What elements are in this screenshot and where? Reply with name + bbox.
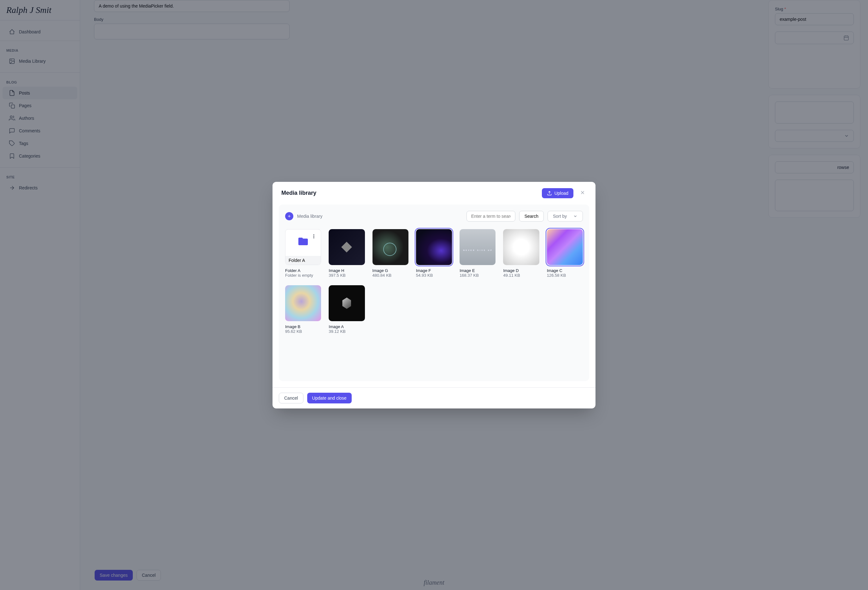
media-item-name: Image C [547, 268, 583, 273]
add-folder-button[interactable] [285, 212, 293, 220]
media-item-name: Image H [329, 268, 365, 273]
svg-point-15 [313, 236, 314, 237]
media-item-meta: 95.62 KB [285, 329, 321, 334]
upload-icon [547, 191, 552, 196]
upload-label: Upload [555, 191, 568, 196]
media-item-name: Image E [459, 268, 496, 273]
media-item-meta: 480.84 KB [372, 273, 409, 278]
sort-button[interactable]: Sort by [548, 211, 583, 222]
image-thumbnail [503, 229, 539, 265]
chevron-down-icon [573, 214, 577, 218]
folder-icon [297, 236, 309, 247]
media-item-name: Folder A [285, 268, 321, 273]
dots-vertical-icon [311, 234, 316, 239]
image-thumbnail [372, 229, 409, 265]
media-item-name: Image D [503, 268, 539, 273]
upload-button[interactable]: Upload [542, 188, 573, 198]
close-icon [580, 190, 585, 196]
media-item-name: Image A [329, 324, 365, 329]
modal-overlay: Media library Upload Media library [0, 0, 868, 590]
update-close-button[interactable]: Update and close [307, 393, 352, 403]
folder-menu-button[interactable] [309, 232, 318, 241]
media-image[interactable]: Image H397.5 KB [329, 229, 365, 278]
media-item-meta: 39.12 KB [329, 329, 365, 334]
media-image[interactable]: N E V E R G I V E U PImage E168.37 KB [459, 229, 496, 278]
modal-cancel-button[interactable]: Cancel [279, 393, 303, 403]
media-item-name: Image B [285, 324, 321, 329]
media-item-meta: 397.5 KB [329, 273, 365, 278]
media-image[interactable]: Image B95.62 KB [285, 285, 321, 334]
media-item-name: Image G [372, 268, 409, 273]
sort-label: Sort by [553, 214, 567, 219]
search-input[interactable] [466, 211, 515, 222]
media-item-meta: 49.11 KB [503, 273, 539, 278]
modal-title: Media library [281, 190, 316, 196]
image-thumbnail [329, 229, 365, 265]
media-item-meta: 126.58 KB [547, 273, 583, 278]
close-button[interactable] [579, 188, 587, 198]
media-item-meta: 54.93 KB [416, 273, 452, 278]
breadcrumb-root[interactable]: Media library [297, 214, 322, 219]
image-thumbnail: N E V E R G I V E U P [459, 229, 496, 265]
media-item-name: Image F [416, 268, 452, 273]
plus-icon [287, 214, 291, 218]
folder-thumbnail [285, 229, 321, 265]
image-thumbnail [547, 229, 583, 265]
image-thumbnail [285, 285, 321, 321]
media-item-meta: Folder is empty [285, 273, 321, 278]
search-button[interactable]: Search [519, 211, 544, 222]
image-thumbnail [329, 285, 365, 321]
media-library-modal: Media library Upload Media library [273, 182, 595, 409]
media-image[interactable]: Image F54.93 KB [416, 229, 452, 278]
media-image[interactable]: Image A39.12 KB [329, 285, 365, 334]
folder-name-input[interactable] [285, 256, 321, 265]
media-item-meta: 168.37 KB [459, 273, 496, 278]
media-folder[interactable]: Folder AFolder is empty [285, 229, 321, 278]
image-thumbnail [416, 229, 452, 265]
media-image[interactable]: Image G480.84 KB [372, 229, 409, 278]
svg-point-16 [313, 237, 314, 238]
media-image[interactable]: Image C126.58 KB [547, 229, 583, 278]
svg-point-14 [313, 234, 314, 235]
media-image[interactable]: Image D49.11 KB [503, 229, 539, 278]
